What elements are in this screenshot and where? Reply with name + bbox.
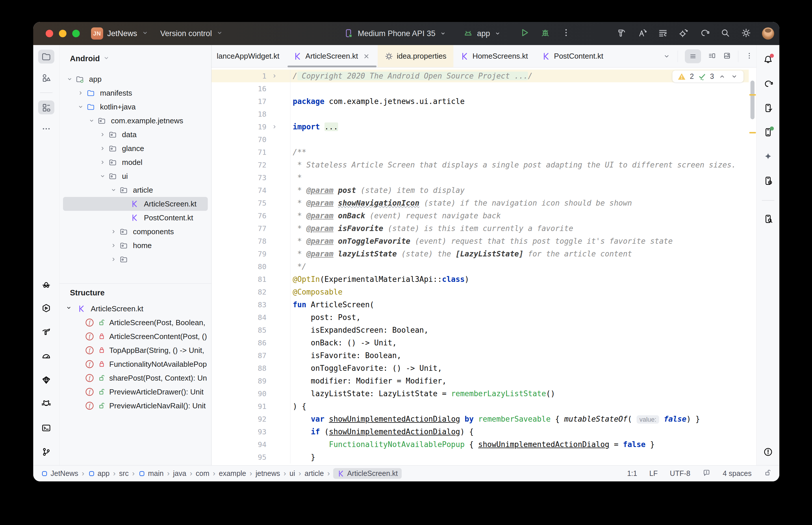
zoom-window-button[interactable]	[72, 30, 80, 37]
next-problem-icon[interactable]	[730, 73, 738, 80]
encoding[interactable]: UTF-8	[670, 469, 690, 478]
tree-item[interactable]	[60, 252, 211, 266]
breadcrumb-item-main[interactable]: main	[138, 469, 164, 478]
fold-arrow-icon[interactable]	[271, 123, 278, 130]
tool-more-button[interactable]	[38, 122, 54, 136]
gradle-sync-button[interactable]	[699, 28, 709, 39]
tree-item-ui[interactable]: ui	[60, 169, 211, 183]
breadcrumb-item-article[interactable]: article	[305, 469, 324, 478]
structure-item[interactable]: fsharePost(Post, Context): Un	[60, 371, 211, 385]
tool-profiler-button[interactable]	[41, 351, 51, 362]
structure-item[interactable]: fPreviewArticleNavRail(): Unit	[60, 399, 211, 412]
gemini-button[interactable]	[763, 152, 773, 163]
project-name[interactable]: JetNews	[107, 29, 137, 38]
chevron-right-icon[interactable]	[110, 242, 117, 249]
tool-running-devices-button[interactable]	[41, 303, 51, 314]
tab-homescreens-kt[interactable]: HomeScreens.kt	[453, 45, 535, 67]
tab-lanceappwidget-kt[interactable]: lanceAppWidget.kt	[211, 45, 286, 67]
chevron-down-icon[interactable]	[65, 304, 72, 311]
chevron-right-icon[interactable]	[99, 131, 106, 138]
ai-actions-button[interactable]	[637, 28, 647, 39]
structure-item[interactable]: fArticleScreenContent(Post, ()	[60, 330, 211, 343]
tree-item-manifests[interactable]: manifests	[60, 86, 211, 100]
tree-item-postcontent-kt[interactable]: PostContent.kt	[60, 211, 211, 225]
breadcrumb-item-jetnews[interactable]: jetnews	[255, 469, 280, 478]
tree-item-data[interactable]: data	[60, 127, 211, 141]
code-editor[interactable]: 1/ Copyright 2020 The Android Open Sourc…	[211, 68, 756, 466]
chevron-down-icon[interactable]	[141, 29, 149, 38]
tool-build-button[interactable]	[41, 327, 51, 338]
breadcrumb-item-articlescreen-kt[interactable]: ArticleScreen.kt	[333, 468, 402, 479]
gradle-panel-button[interactable]	[763, 79, 773, 90]
tree-item-kotlin-java[interactable]: kotlin+java	[60, 100, 211, 114]
close-window-button[interactable]	[46, 30, 53, 37]
warning-stripe-mark[interactable]	[749, 94, 756, 95]
problems-button[interactable]	[763, 447, 773, 458]
device-mirroring-button[interactable]	[763, 176, 773, 187]
breadcrumb-item-src[interactable]: src	[119, 469, 129, 478]
tool-logcat-button[interactable]	[41, 399, 51, 410]
chevron-down-icon[interactable]	[216, 29, 223, 38]
tab-postcontent-kt[interactable]: PostContent.kt	[535, 45, 610, 67]
chevron-down-icon[interactable]	[77, 103, 84, 110]
write-access-icon[interactable]	[764, 469, 772, 479]
caret-position[interactable]: 1:1	[627, 469, 637, 478]
tree-item-components[interactable]: components	[60, 225, 211, 239]
version-control-menu[interactable]: Version control	[160, 29, 212, 38]
structure-item[interactable]: fArticleScreen(Post, Boolean,	[60, 316, 211, 330]
settings-button[interactable]	[741, 28, 751, 39]
tree-item-glance[interactable]: glance	[60, 141, 211, 155]
inspections-widget[interactable]: 23	[673, 71, 743, 82]
tree-item-com-example-jetnews[interactable]: com.example.jetnews	[60, 114, 211, 127]
debug-button[interactable]	[541, 28, 550, 40]
more-actions-button[interactable]	[561, 28, 571, 40]
breadcrumb-item-com[interactable]: com	[196, 469, 209, 478]
inspection-balloon-icon[interactable]	[703, 469, 711, 479]
tree-item-article[interactable]: article	[60, 183, 211, 197]
breadcrumb-item-jetnews[interactable]: JetNews	[41, 469, 78, 478]
panel-divider[interactable]	[60, 283, 211, 284]
chevron-right-icon[interactable]	[99, 159, 106, 166]
warning-stripe-mark[interactable]	[749, 132, 756, 133]
breadcrumb-item-app[interactable]: app	[88, 469, 110, 478]
view-split-button[interactable]	[708, 52, 716, 61]
search-everywhere-button[interactable]	[720, 28, 730, 39]
chevron-down-icon[interactable]	[66, 76, 73, 82]
chevron-down-icon[interactable]	[99, 173, 106, 180]
chevron-down-icon[interactable]	[110, 186, 117, 194]
run-configuration[interactable]: app	[477, 29, 490, 38]
tree-item-app[interactable]: app	[60, 72, 211, 86]
tool-resource-manager-button[interactable]	[38, 71, 54, 85]
notifications-button[interactable]	[763, 55, 773, 65]
tool-structure-button[interactable]	[38, 101, 54, 114]
chevron-right-icon[interactable]	[110, 256, 117, 263]
breadcrumb-item-example[interactable]: example	[219, 469, 246, 478]
device-explorer-button[interactable]	[763, 214, 773, 225]
tool-app-quality-insights-button[interactable]	[41, 375, 51, 386]
prev-problem-icon[interactable]	[718, 73, 726, 80]
device-manager-button[interactable]	[763, 103, 773, 114]
structure-item[interactable]: fPreviewArticleDrawer(): Unit	[60, 385, 211, 399]
tool-app-inspection-button[interactable]	[41, 279, 51, 290]
tab-options-button[interactable]	[745, 52, 753, 61]
indent-size[interactable]: 4 spaces	[723, 469, 752, 478]
tool-project-button[interactable]	[38, 50, 54, 63]
view-design-button[interactable]	[723, 52, 731, 61]
scrollbar-thumb[interactable]	[751, 80, 754, 119]
chevron-right-icon[interactable]	[110, 228, 117, 235]
project-view-selector[interactable]: Android	[60, 45, 211, 72]
close-icon[interactable]	[362, 52, 371, 61]
tree-item-home[interactable]: home	[60, 239, 211, 252]
run-button[interactable]	[520, 28, 529, 40]
tree-item-model[interactable]: model	[60, 155, 211, 169]
chevron-right-icon[interactable]	[77, 90, 84, 96]
device-selector[interactable]: Medium Phone API 35	[358, 29, 435, 38]
chevron-right-icon[interactable]	[99, 145, 106, 152]
chevron-down-icon[interactable]	[663, 52, 671, 60]
breadcrumb-item-java[interactable]: java	[173, 469, 187, 478]
breadcrumb-item-ui[interactable]: ui	[290, 469, 295, 478]
build-button[interactable]	[616, 28, 626, 39]
chevron-down-icon[interactable]	[88, 117, 95, 124]
structure-item[interactable]: fFunctionalityNotAvailablePop	[60, 357, 211, 371]
fold-arrow-icon[interactable]	[271, 73, 278, 79]
